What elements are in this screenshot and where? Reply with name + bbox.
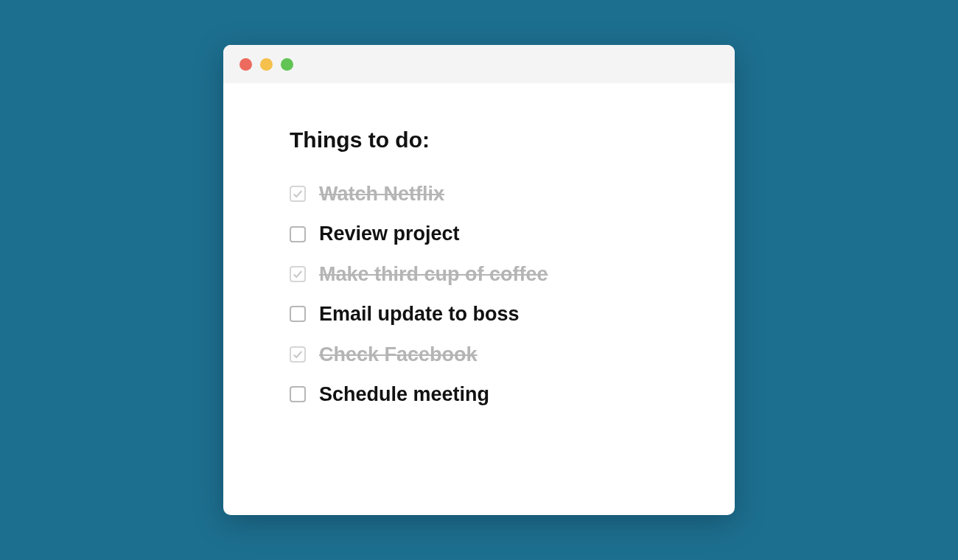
todo-item: Review project [290, 222, 668, 245]
content-area: Things to do: Watch NetflixReview projec… [223, 83, 735, 515]
todo-item: Check Facebook [290, 343, 668, 366]
page-title: Things to do: [290, 127, 668, 153]
todo-item: Watch Netflix [290, 182, 668, 206]
todo-checkbox[interactable] [290, 306, 306, 322]
todo-item: Email update to boss [290, 302, 668, 326]
todo-checkbox[interactable] [290, 346, 306, 363]
todo-list: Watch NetflixReview projectMake third cu… [290, 182, 668, 406]
todo-item: Schedule meeting [290, 382, 668, 406]
todo-checkbox[interactable] [290, 186, 306, 202]
close-icon[interactable] [240, 58, 252, 71]
todo-item-label: Watch Netflix [319, 182, 444, 206]
titlebar [223, 45, 735, 83]
todo-checkbox[interactable] [290, 266, 306, 282]
todo-item-label: Schedule meeting [319, 382, 489, 406]
minimize-icon[interactable] [260, 58, 273, 71]
todo-checkbox[interactable] [290, 226, 306, 242]
todo-item-label: Review project [319, 222, 460, 245]
todo-item-label: Check Facebook [319, 343, 478, 366]
todo-item-label: Make third cup of coffee [319, 262, 548, 286]
todo-item-label: Email update to boss [319, 302, 520, 326]
todo-item: Make third cup of coffee [290, 262, 668, 286]
zoom-icon[interactable] [281, 58, 293, 71]
todo-checkbox[interactable] [290, 386, 306, 402]
app-window: Things to do: Watch NetflixReview projec… [223, 45, 735, 515]
